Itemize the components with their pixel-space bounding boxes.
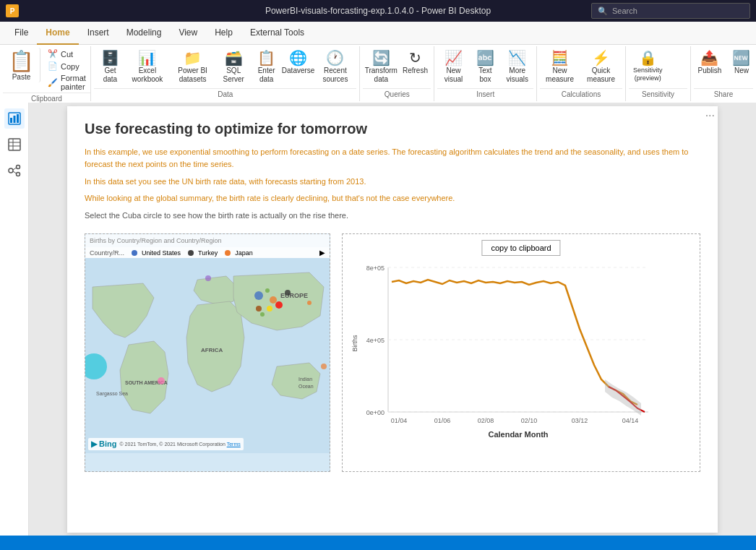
tab-home[interactable]: Home [37,22,78,45]
data-group-items: 🗄️ Get data 📊 Excel workbook 📁 Power BI … [94,48,356,88]
new-measure-button[interactable]: 🧮 New measure [540,48,580,87]
data-view-icon[interactable] [4,134,25,155]
paste-button[interactable]: 📋 Paste [3,48,40,82]
data-circle-3[interactable] [267,306,272,311]
main-canvas: ··· Use forecasting to optimize for tomo… [29,103,756,536]
sensitivity-items: 🔒 Sensitivity(preview) [629,48,687,88]
data-circle-1[interactable] [254,291,263,300]
text-box-button[interactable]: 🔤 Text box [469,48,501,87]
tab-file[interactable]: File [6,22,37,45]
svg-point-9 [16,166,20,169]
transform-label: Transform data [365,66,398,84]
app-icon: P [6,4,19,17]
calculations-group-label: Calculations [540,88,622,100]
power-bi-datasets-button[interactable]: 📁 Power BI datasets [168,48,216,87]
new-button[interactable]: 🆕 New [726,48,756,78]
data-circle-4[interactable] [260,312,265,317]
sql-icon: 🗃️ [225,51,243,65]
publish-button[interactable]: 📤 Publish [694,48,726,78]
get-data-icon: 🗄️ [101,51,119,65]
new-visual-label: New visual [442,66,465,84]
enter-data-button[interactable]: 📋 Enter data [251,48,283,87]
text-box-label: Text box [473,66,497,84]
text-gray-4: Select the Cuba circle to see how the bi… [85,211,348,220]
model-view-icon[interactable] [4,160,25,181]
chart-area: 8e+05 4e+05 0e+00 Births [348,240,694,465]
copy-to-clipboard-button[interactable]: copy to clipboard [481,240,560,256]
queries-group-label: Queries [363,88,431,100]
data-group: 🗄️ Get data 📊 Excel workbook 📁 Power BI … [91,46,360,101]
data-circle-8[interactable] [205,275,211,281]
text-orange-3: While looking at the global summary, the… [85,194,455,202]
data-circle-japan[interactable] [307,301,312,305]
legend-us-label: United States [142,249,181,257]
chart-svg: 8e+05 4e+05 0e+00 Births [348,260,652,463]
scissors-icon: ✂️ [48,49,58,59]
data-circle-cuba[interactable] [158,377,165,384]
map-legend: Country/R... United States Turkey Japan … [85,247,330,258]
more-visuals-button[interactable]: 📉 More visuals [501,48,533,87]
legend-turkey-label: Turkey [198,249,218,257]
data-circle-turkey[interactable] [285,290,291,296]
excel-workbook-button[interactable]: 📊 Excel workbook [126,48,168,87]
power-bi-datasets-label: Power BI datasets [173,66,212,84]
copy-button[interactable]: 📄 Copy [43,60,90,72]
sql-server-button[interactable]: 🗃️ SQL Server [217,48,251,87]
transform-data-button[interactable]: 🔄 Transform data [363,48,399,87]
insert-items: 📈 New visual 🔤 Text box 📉 More visuals [437,48,533,88]
svg-text:8e+05: 8e+05 [366,265,385,272]
cut-button[interactable]: ✂️ Cut [43,48,90,60]
data-circle-6[interactable] [256,306,262,311]
page-content: Use forecasting to optimize for tomorrow… [67,106,718,484]
sensitivity-button[interactable]: 🔒 Sensitivity(preview) [629,48,667,85]
data-circle-9[interactable] [321,364,327,369]
quick-measure-label: Quick measure [584,66,618,84]
new-label: New [734,66,749,75]
chart-visual[interactable]: copy to clipboard [342,233,700,472]
data-circle-5[interactable] [275,301,283,309]
report-view-icon[interactable] [4,108,25,129]
dataverse-button[interactable]: 🌐 Dataverse [283,48,314,78]
calculations-group-wrap: 🧮 New measure ⚡ Quick measure Calculatio… [540,48,622,100]
svg-text:02/08: 02/08 [478,417,494,424]
africa-label: AFRICA [201,347,223,353]
confidence-band [605,379,641,416]
report-text-1: In this example, we use exponential smoo… [85,146,700,171]
recent-sources-button[interactable]: 🕐 Recent sources [314,48,357,87]
more-visuals-icon: 📉 [508,51,526,65]
terms-link[interactable]: Terms [227,442,241,447]
data-circle-2[interactable] [270,296,277,304]
paste-icon: 📋 [9,49,34,73]
transform-icon: 🔄 [372,51,390,65]
tab-modeling[interactable]: Modeling [118,22,171,45]
dataverse-icon: 🌐 [289,51,307,65]
cut-label: Cut [61,50,73,59]
svg-text:Births: Births [351,335,358,352]
copy-label: Copy [61,62,80,71]
text-orange-2: In this data set you see the UN birth ra… [85,177,366,186]
map-visual[interactable]: Births by Country/Region and Country/Reg… [85,233,330,472]
search-placeholder: Search [612,7,637,15]
format-painter-icon: 🖌️ [48,78,58,87]
refresh-button[interactable]: ↻ Refresh [399,48,431,78]
get-data-button[interactable]: 🗄️ Get data [94,48,126,87]
tab-help[interactable]: Help [206,22,241,45]
tab-view[interactable]: View [170,22,206,45]
tab-external-tools[interactable]: External Tools [241,22,313,45]
legend-expand-icon[interactable]: ▶ [319,249,325,257]
svg-line-11 [13,168,17,170]
search-box[interactable]: 🔍 Search [591,3,750,19]
map-container: EUROPE AFRICA SOUTH AMERICA Sargasso Sea… [85,258,330,453]
report-text-3: While looking at the global summary, the… [85,192,700,205]
clipboard-items: 📋 Paste ✂️ Cut 📄 Copy 🖌️ Format p [3,48,90,93]
share-group: 📤 Publish 🆕 New Share [691,46,756,101]
tab-insert[interactable]: Insert [79,22,118,45]
new-visual-button[interactable]: 📈 New visual [437,48,469,87]
share-group-wrap: 📤 Publish 🆕 New Share [694,48,753,100]
data-circle-7[interactable] [265,288,270,293]
format-painter-button[interactable]: 🖌️ Format painter [43,72,90,93]
quick-measure-button[interactable]: ⚡ Quick measure [580,48,622,87]
map-svg: EUROPE AFRICA SOUTH AMERICA Sargasso Sea… [85,258,330,446]
page-menu-button[interactable]: ··· [705,109,715,122]
window-title: PowerBI-visuals-forcasting-exp.1.0.4.0 -… [265,6,491,16]
